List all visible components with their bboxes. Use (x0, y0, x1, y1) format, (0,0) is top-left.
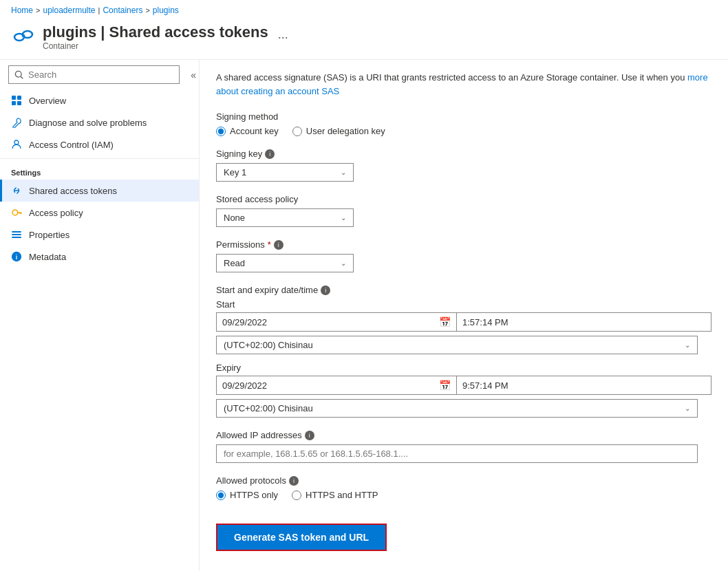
expiry-date-time-group: 📅 (216, 376, 711, 395)
calendar-icon-2: 📅 (439, 380, 451, 391)
settings-section-label: Settings (0, 162, 199, 180)
start-date-input-container[interactable]: 📅 (216, 312, 457, 332)
expiry-time-input[interactable] (462, 380, 705, 391)
allowed-protocols-section: Allowed protocols i HTTPS only HTTPS and… (216, 475, 711, 500)
sidebar-item-access-policy-label: Access policy (29, 208, 83, 218)
start-time-input-container[interactable] (457, 312, 711, 332)
svg-text:i: i (16, 254, 18, 261)
allowed-ip-label: Allowed IP addresses i (216, 430, 711, 440)
start-time-input[interactable] (462, 317, 705, 327)
permissions-value: Read (224, 258, 245, 268)
main-layout: « Overview Diagnose and solve problems A… (0, 60, 728, 571)
date-time-section: Start and expiry date/time i Start 📅 (UT… (216, 285, 711, 418)
sidebar-item-diagnose[interactable]: Diagnose and solve problems (0, 111, 199, 133)
breadcrumb: Home > uploadermulte | Containers > plug… (0, 0, 728, 21)
svg-point-3 (15, 71, 21, 77)
sidebar-separator (0, 158, 199, 159)
signing-key-section: Signing key i Key 1 ⌄ (216, 149, 711, 182)
svg-rect-6 (17, 96, 21, 100)
svg-point-1 (23, 31, 32, 38)
stored-policy-label: Stored access policy (216, 194, 711, 204)
sidebar-item-diagnose-label: Diagnose and solve problems (29, 118, 147, 128)
signing-key-dropdown[interactable]: Key 1 ⌄ (216, 163, 354, 182)
key-icon (11, 207, 22, 218)
svg-line-4 (21, 76, 23, 78)
expiry-timezone-dropdown[interactable]: (UTC+02:00) Chisinau ⌄ (216, 399, 698, 418)
sidebar-item-iam-label: Access Control (IAM) (29, 140, 114, 150)
signing-key-value: Key 1 (224, 167, 246, 177)
radio-account-key[interactable]: Account key (216, 126, 279, 136)
allowed-ip-info-icon: i (305, 431, 314, 440)
radio-https-http-label: HTTPS and HTTP (306, 490, 378, 500)
signing-method-radio-group: Account key User delegation key (216, 126, 711, 136)
search-box[interactable] (8, 65, 180, 84)
allowed-protocols-label: Allowed protocols i (216, 475, 711, 486)
allowed-ip-input[interactable] (216, 444, 698, 463)
sidebar: « Overview Diagnose and solve problems A… (0, 60, 200, 571)
expiry-date-input[interactable] (222, 380, 435, 391)
required-marker: * (268, 239, 271, 250)
collapse-sidebar-button[interactable]: « (188, 69, 199, 80)
page-header: plugins | Shared access tokens Container… (0, 21, 728, 60)
svg-rect-17 (12, 237, 21, 238)
permissions-label: Permissions * i (216, 239, 711, 250)
breadcrumb-sep2: > (145, 6, 149, 14)
expiry-label: Expiry (216, 363, 711, 373)
radio-user-delegation-input[interactable] (292, 127, 302, 136)
breadcrumb-storage[interactable]: uploadermulte (43, 6, 95, 15)
sidebar-item-overview-label: Overview (29, 96, 66, 106)
svg-rect-7 (12, 101, 16, 105)
stored-policy-dropdown[interactable]: None ⌄ (216, 208, 354, 227)
date-time-info-icon: i (321, 286, 330, 295)
breadcrumb-current[interactable]: plugins (153, 6, 179, 15)
calendar-icon: 📅 (439, 316, 451, 327)
sidebar-item-overview[interactable]: Overview (0, 89, 199, 111)
svg-point-11 (12, 210, 18, 215)
date-time-label: Start and expiry date/time i (216, 285, 711, 295)
radio-user-delegation[interactable]: User delegation key (292, 126, 385, 136)
search-icon (14, 70, 24, 80)
person-icon (11, 139, 22, 150)
sidebar-item-properties[interactable]: Properties (0, 224, 199, 246)
radio-https-only[interactable]: HTTPS only (216, 490, 278, 500)
chevron-down-icon: ⌄ (341, 169, 346, 176)
allowed-ip-section: Allowed IP addresses i (216, 430, 711, 463)
sidebar-item-properties-label: Properties (29, 230, 69, 240)
radio-https-http-input[interactable] (292, 491, 301, 500)
radio-https-http[interactable]: HTTPS and HTTP (292, 490, 378, 500)
start-date-input[interactable] (222, 317, 435, 327)
signing-method-section: Signing method Account key User delegati… (216, 111, 711, 136)
page-header-text: plugins | Shared access tokens Container (43, 23, 268, 51)
breadcrumb-home[interactable]: Home (11, 6, 33, 15)
expiry-date-input-container[interactable]: 📅 (216, 376, 457, 395)
more-options-button[interactable]: ··· (275, 28, 291, 47)
content-area: A shared access signature (SAS) is a URI… (200, 60, 728, 571)
permissions-dropdown[interactable]: Read ⌄ (216, 254, 354, 272)
description: A shared access signature (SAS) is a URI… (216, 71, 711, 98)
svg-rect-15 (12, 231, 21, 233)
chevron-down-icon-2: ⌄ (341, 214, 346, 222)
breadcrumb-sep1: > (36, 6, 40, 14)
chevron-down-icon-3: ⌄ (341, 259, 346, 267)
page-icon (11, 23, 36, 48)
breadcrumb-containers[interactable]: Containers (103, 6, 142, 15)
radio-https-only-input[interactable] (216, 491, 226, 500)
search-input[interactable] (28, 69, 173, 80)
protocols-radio-group: HTTPS only HTTPS and HTTP (216, 490, 711, 500)
svg-point-9 (14, 140, 19, 144)
start-timezone-value: (UTC+02:00) Chisinau (224, 340, 313, 350)
expiry-time-input-container[interactable] (457, 376, 711, 395)
stored-policy-section: Stored access policy None ⌄ (216, 194, 711, 227)
generate-sas-button[interactable]: Generate SAS token and URL (216, 524, 387, 551)
svg-rect-8 (17, 101, 21, 105)
sidebar-item-metadata-label: Metadata (29, 252, 66, 262)
start-timezone-dropdown[interactable]: (UTC+02:00) Chisinau ⌄ (216, 336, 698, 354)
sidebar-item-shared-access-tokens[interactable]: Shared access tokens (0, 180, 199, 202)
expiry-timezone-value: (UTC+02:00) Chisinau (224, 403, 313, 413)
sidebar-item-iam[interactable]: Access Control (IAM) (0, 133, 199, 155)
svg-rect-16 (12, 234, 21, 235)
breadcrumb-sep-pipe1: | (98, 6, 100, 14)
sidebar-item-access-policy[interactable]: Access policy (0, 202, 199, 224)
radio-account-key-input[interactable] (216, 127, 226, 136)
sidebar-item-metadata[interactable]: i Metadata (0, 246, 199, 268)
